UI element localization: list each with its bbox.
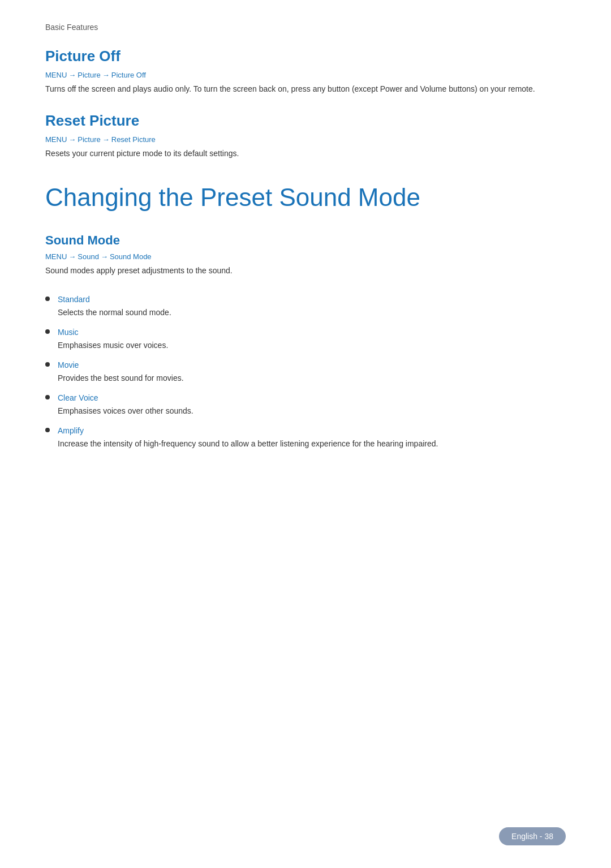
reset-picture-title: Reset Picture xyxy=(45,112,566,130)
footer-badge: English - 38 xyxy=(499,827,566,845)
breadcrumb-item1: Picture xyxy=(78,71,100,79)
bullet-dot-1 xyxy=(45,329,50,334)
chapter-title: Changing the Preset Sound Mode xyxy=(45,183,566,213)
bullet-content-4: AmplifyIncrease the intensity of high-fr… xyxy=(58,425,438,450)
bullet-content-2: MovieProvides the best sound for movies. xyxy=(58,359,184,384)
breadcrumb-menu3: MENU xyxy=(45,252,67,261)
sound-mode-section: Sound Mode MENU→Sound→Sound Mode Sound m… xyxy=(45,233,566,450)
bullet-dot-2 xyxy=(45,362,50,367)
breadcrumb-item3: Picture xyxy=(78,135,100,144)
bullet-item-1: MusicEmphasises music over voices. xyxy=(45,326,566,351)
breadcrumb-arrow6: → xyxy=(101,252,108,261)
breadcrumb-menu: MENU xyxy=(45,71,67,79)
breadcrumb-menu2: MENU xyxy=(45,135,67,144)
bullet-content-3: Clear VoiceEmphasises voices over other … xyxy=(58,392,193,417)
picture-off-description: Turns off the screen and plays audio onl… xyxy=(45,83,566,95)
sound-mode-breadcrumb: MENU→Sound→Sound Mode xyxy=(45,252,566,261)
bullet-dot-0 xyxy=(45,297,50,301)
bullet-content-1: MusicEmphasises music over voices. xyxy=(58,326,168,351)
picture-off-title: Picture Off xyxy=(45,48,566,65)
breadcrumb-arrow3: → xyxy=(68,135,76,144)
breadcrumb-item4: Reset Picture xyxy=(111,135,156,144)
bullet-item-3: Clear VoiceEmphasises voices over other … xyxy=(45,392,566,417)
reset-picture-breadcrumb: MENU→Picture→Reset Picture xyxy=(45,135,566,144)
picture-off-breadcrumb: MENU→Picture→Picture Off xyxy=(45,71,566,79)
picture-off-section: Picture Off MENU→Picture→Picture Off Tur… xyxy=(45,48,566,95)
breadcrumb-item5: Sound xyxy=(78,252,99,261)
sound-mode-title: Sound Mode xyxy=(45,233,566,248)
bullet-desc-1: Emphasises music over voices. xyxy=(58,340,168,351)
bullet-item-2: MovieProvides the best sound for movies. xyxy=(45,359,566,384)
bullet-desc-0: Selects the normal sound mode. xyxy=(58,307,171,319)
bullet-term-3: Clear Voice xyxy=(58,392,193,404)
bullet-item-0: StandardSelects the normal sound mode. xyxy=(45,294,566,319)
breadcrumb-arrow5: → xyxy=(68,252,76,261)
page-container: Basic Features Picture Off MENU→Picture→… xyxy=(0,0,611,512)
sound-mode-description: Sound modes apply preset adjustments to … xyxy=(45,264,566,277)
bullet-term-2: Movie xyxy=(58,359,184,371)
breadcrumb-arrow1: → xyxy=(68,71,76,79)
basic-features-label: Basic Features xyxy=(45,23,566,32)
bullet-dot-4 xyxy=(45,428,50,432)
bullet-desc-3: Emphasises voices over other sounds. xyxy=(58,405,193,417)
bullet-term-0: Standard xyxy=(58,294,171,306)
reset-picture-description: Resets your current picture mode to its … xyxy=(45,147,566,160)
bullet-term-1: Music xyxy=(58,326,168,338)
bullet-item-4: AmplifyIncrease the intensity of high-fr… xyxy=(45,425,566,450)
bullet-term-4: Amplify xyxy=(58,425,438,437)
bullet-desc-2: Provides the best sound for movies. xyxy=(58,372,184,384)
breadcrumb-item6: Sound Mode xyxy=(110,252,152,261)
reset-picture-section: Reset Picture MENU→Picture→Reset Picture… xyxy=(45,112,566,160)
breadcrumb-item2: Picture Off xyxy=(111,71,146,79)
bullet-content-0: StandardSelects the normal sound mode. xyxy=(58,294,171,319)
breadcrumb-arrow2: → xyxy=(102,71,110,79)
bullet-desc-4: Increase the intensity of high-frequency… xyxy=(58,438,438,450)
bullet-dot-3 xyxy=(45,395,50,399)
breadcrumb-arrow4: → xyxy=(102,135,110,144)
sound-mode-bullet-list: StandardSelects the normal sound mode.Mu… xyxy=(45,294,566,450)
